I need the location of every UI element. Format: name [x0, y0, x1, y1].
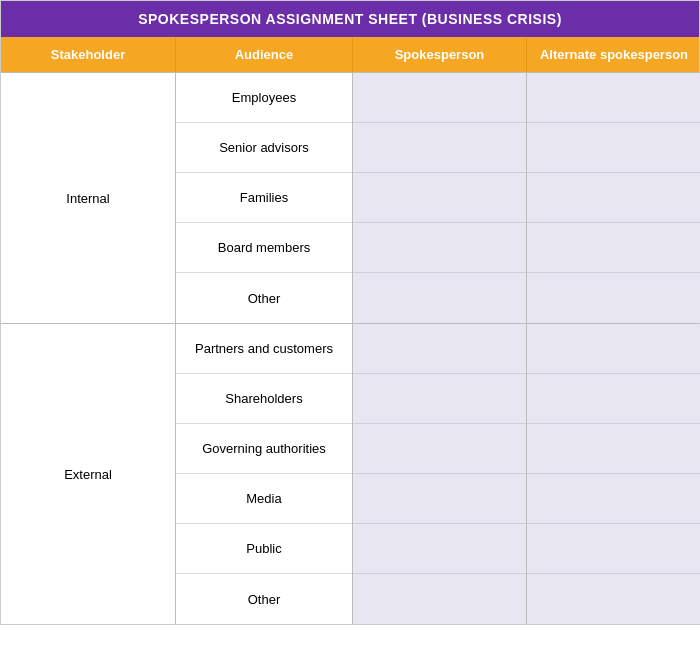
spokesperson-cell[interactable]	[353, 73, 526, 123]
audience-rows: Partners and customersShareholdersGovern…	[176, 324, 353, 624]
spokesperson-cell[interactable]	[353, 273, 526, 323]
alternate-col	[527, 73, 700, 323]
table-title: SPOKESPERSON ASSIGNMENT SHEET (BUSINESS …	[1, 1, 699, 37]
spokesperson-cell[interactable]	[353, 123, 526, 173]
audience-cell: Governing authorities	[176, 424, 352, 474]
spokesperson-cell[interactable]	[353, 424, 526, 474]
alternate-cell[interactable]	[527, 524, 700, 574]
stakeholder-cell: External	[1, 324, 176, 624]
audience-cell: Other	[176, 273, 352, 323]
audience-cell: Senior advisors	[176, 123, 352, 173]
table-body: InternalEmployeesSenior advisorsFamilies…	[1, 72, 699, 624]
alternate-cell[interactable]	[527, 73, 700, 123]
alternate-col	[527, 324, 700, 624]
audience-cell: Board members	[176, 223, 352, 273]
section-external: ExternalPartners and customersShareholde…	[1, 323, 699, 624]
header-spokesperson: Spokesperson	[353, 37, 527, 72]
stakeholder-cell: Internal	[1, 73, 176, 323]
audience-cell: Public	[176, 524, 352, 574]
table-header: Stakeholder Audience Spokesperson Altern…	[1, 37, 699, 72]
spokesperson-cell[interactable]	[353, 324, 526, 374]
audience-rows: EmployeesSenior advisorsFamiliesBoard me…	[176, 73, 353, 323]
spokesperson-cell[interactable]	[353, 574, 526, 624]
spokesperson-cell[interactable]	[353, 223, 526, 273]
section-internal: InternalEmployeesSenior advisorsFamilies…	[1, 72, 699, 323]
spokesperson-col	[353, 324, 527, 624]
header-alternate: Alternate spokesperson	[527, 37, 700, 72]
spokesperson-table: SPOKESPERSON ASSIGNMENT SHEET (BUSINESS …	[0, 0, 700, 625]
audience-cell: Employees	[176, 73, 352, 123]
audience-cell: Shareholders	[176, 374, 352, 424]
alternate-cell[interactable]	[527, 173, 700, 223]
alternate-cell[interactable]	[527, 273, 700, 323]
spokesperson-cell[interactable]	[353, 474, 526, 524]
alternate-cell[interactable]	[527, 574, 700, 624]
audience-cell: Other	[176, 574, 352, 624]
spokesperson-cell[interactable]	[353, 374, 526, 424]
alternate-cell[interactable]	[527, 223, 700, 273]
alternate-cell[interactable]	[527, 474, 700, 524]
alternate-cell[interactable]	[527, 424, 700, 474]
spokesperson-cell[interactable]	[353, 524, 526, 574]
audience-cell: Media	[176, 474, 352, 524]
alternate-cell[interactable]	[527, 324, 700, 374]
spokesperson-cell[interactable]	[353, 173, 526, 223]
alternate-cell[interactable]	[527, 123, 700, 173]
audience-cell: Partners and customers	[176, 324, 352, 374]
header-stakeholder: Stakeholder	[1, 37, 176, 72]
audience-cell: Families	[176, 173, 352, 223]
header-audience: Audience	[176, 37, 353, 72]
spokesperson-col	[353, 73, 527, 323]
alternate-cell[interactable]	[527, 374, 700, 424]
